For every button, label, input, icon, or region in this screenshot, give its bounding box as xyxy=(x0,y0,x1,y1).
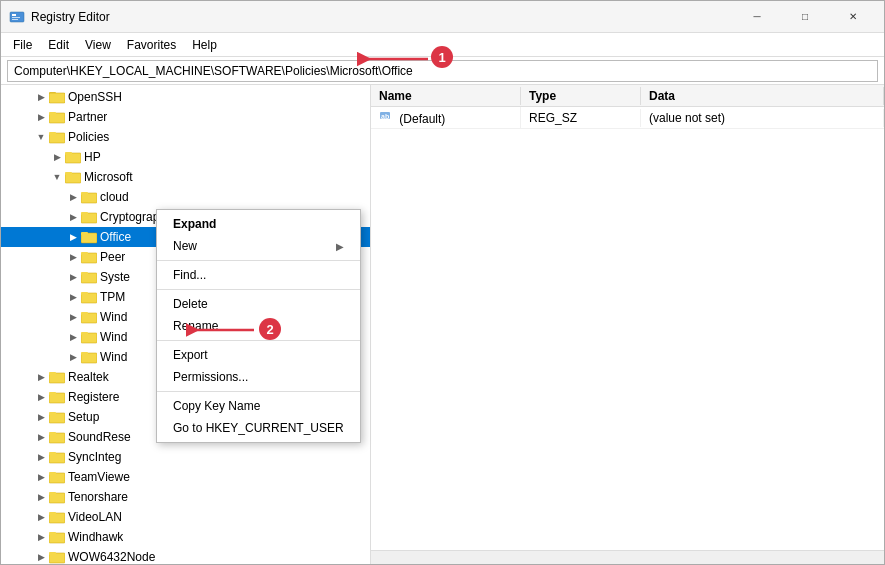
folder-icon-videolan xyxy=(49,510,65,524)
expand-icon-office[interactable]: ▶ xyxy=(65,229,81,245)
detail-header: Name Type Data xyxy=(371,85,884,107)
svg-rect-31 xyxy=(81,332,88,335)
expand-icon-registeredA[interactable]: ▶ xyxy=(33,389,49,405)
ctx-copy-key-name[interactable]: Copy Key Name xyxy=(157,395,360,417)
ctx-find[interactable]: Find... xyxy=(157,264,360,286)
tree-label-hp: HP xyxy=(84,150,101,164)
tree-item-policies[interactable]: ▼ Policies xyxy=(1,127,370,147)
expand-icon-microsoft[interactable]: ▼ xyxy=(49,169,65,185)
ctx-goto-hkcu[interactable]: Go to HKEY_CURRENT_USER xyxy=(157,417,360,439)
expand-icon-wind2[interactable]: ▶ xyxy=(65,329,81,345)
svg-text:ab: ab xyxy=(381,113,389,120)
tree-item-syncinteg[interactable]: ▶ SyncInteg xyxy=(1,447,370,467)
expand-icon-syncinteg[interactable]: ▶ xyxy=(33,449,49,465)
expand-icon-peer[interactable]: ▶ xyxy=(65,249,81,265)
expand-icon-cryptography[interactable]: ▶ xyxy=(65,209,81,225)
address-bar: 1 xyxy=(1,57,884,85)
svg-rect-53 xyxy=(49,552,56,555)
svg-rect-49 xyxy=(49,512,56,515)
svg-rect-43 xyxy=(49,452,56,455)
close-button[interactable]: ✕ xyxy=(830,1,876,33)
ctx-delete[interactable]: Delete xyxy=(157,293,360,315)
tree-item-tenorshare[interactable]: ▶ Tenorshare xyxy=(1,487,370,507)
detail-row-default[interactable]: ab (Default) REG_SZ (value not set) xyxy=(371,107,884,129)
expand-icon-tpm[interactable]: ▶ xyxy=(65,289,81,305)
expand-icon-setup[interactable]: ▶ xyxy=(33,409,49,425)
svg-rect-29 xyxy=(81,312,88,315)
tree-label-syncinteg: SyncInteg xyxy=(68,450,121,464)
folder-icon-policies xyxy=(49,130,65,144)
tree-label-setup: Setup xyxy=(68,410,99,424)
expand-icon-windhawk[interactable]: ▶ xyxy=(33,529,49,545)
app-icon xyxy=(9,9,25,25)
tree-item-windhawk[interactable]: ▶ Windhawk xyxy=(1,527,370,547)
svg-rect-1 xyxy=(12,14,16,16)
maximize-button[interactable]: □ xyxy=(782,1,828,33)
ctx-expand[interactable]: Expand xyxy=(157,213,360,235)
expand-icon-videolan[interactable]: ▶ xyxy=(33,509,49,525)
horizontal-scrollbar[interactable] xyxy=(371,550,884,564)
folder-icon-registeredA xyxy=(49,390,65,404)
registry-editor-window: Registry Editor ─ □ ✕ File Edit View Fav… xyxy=(0,0,885,565)
header-data: Data xyxy=(641,87,884,105)
tree-label-cloud: cloud xyxy=(100,190,129,204)
tree-item-partner[interactable]: ▶ Partner xyxy=(1,107,370,127)
menu-file[interactable]: File xyxy=(5,36,40,54)
expand-icon-tenorshare[interactable]: ▶ xyxy=(33,489,49,505)
expand-icon-wind3[interactable]: ▶ xyxy=(65,349,81,365)
expand-icon-policies[interactable]: ▼ xyxy=(33,129,49,145)
svg-rect-25 xyxy=(81,272,88,275)
tree-item-teamviewe[interactable]: ▶ TeamViewe xyxy=(1,467,370,487)
window-controls: ─ □ ✕ xyxy=(734,1,876,33)
header-type: Type xyxy=(521,87,641,105)
expand-icon-openssh[interactable]: ▶ xyxy=(33,89,49,105)
menu-view[interactable]: View xyxy=(77,36,119,54)
menu-edit[interactable]: Edit xyxy=(40,36,77,54)
ctx-permissions[interactable]: Permissions... xyxy=(157,366,360,388)
folder-icon-peer xyxy=(81,250,97,264)
expand-icon-partner[interactable]: ▶ xyxy=(33,109,49,125)
menu-favorites[interactable]: Favorites xyxy=(119,36,184,54)
tree-label-wow6432node: WOW6432Node xyxy=(68,550,155,564)
tree-label-videolan: VideoLAN xyxy=(68,510,122,524)
detail-empty-area[interactable] xyxy=(371,129,884,550)
ctx-sep-3 xyxy=(157,340,360,341)
detail-panel: Name Type Data ab (Default) REG_SZ (valu… xyxy=(371,85,884,564)
folder-icon-setup xyxy=(49,410,65,424)
tree-item-wow6432node[interactable]: ▶ WOW6432Node xyxy=(1,547,370,564)
folder-icon-windhawk xyxy=(49,530,65,544)
tree-item-cloud[interactable]: ▶ cloud xyxy=(1,187,370,207)
folder-icon-soundrese xyxy=(49,430,65,444)
tree-item-hp[interactable]: ▶ HP xyxy=(1,147,370,167)
folder-icon-syncinteg xyxy=(49,450,65,464)
detail-cell-type: REG_SZ xyxy=(521,109,641,127)
expand-icon-wow6432node[interactable]: ▶ xyxy=(33,549,49,564)
expand-icon-teamviewe[interactable]: ▶ xyxy=(33,469,49,485)
menu-help[interactable]: Help xyxy=(184,36,225,54)
ctx-new[interactable]: New ▶ xyxy=(157,235,360,257)
svg-rect-23 xyxy=(81,252,88,255)
folder-icon-microsoft xyxy=(65,170,81,184)
svg-rect-41 xyxy=(49,432,56,435)
ctx-export[interactable]: Export xyxy=(157,344,360,366)
tree-label-soundrese: SoundRese xyxy=(68,430,131,444)
folder-icon-hp xyxy=(65,150,81,164)
tree-label-wind1: Wind xyxy=(100,310,127,324)
expand-icon-hp[interactable]: ▶ xyxy=(49,149,65,165)
tree-label-realtek: Realtek xyxy=(68,370,109,384)
tree-item-microsoft[interactable]: ▼ Microsoft xyxy=(1,167,370,187)
expand-icon-wind1[interactable]: ▶ xyxy=(65,309,81,325)
expand-icon-soundrese[interactable]: ▶ xyxy=(33,429,49,445)
tree-item-openssh[interactable]: ▶ OpenSSH xyxy=(1,87,370,107)
expand-icon-cloud[interactable]: ▶ xyxy=(65,189,81,205)
tree-item-videolan[interactable]: ▶ VideoLAN xyxy=(1,507,370,527)
folder-icon-wind1 xyxy=(81,310,97,324)
tree-label-partner: Partner xyxy=(68,110,107,124)
folder-icon-cryptography xyxy=(81,210,97,224)
detail-cell-name: ab (Default) xyxy=(371,107,521,128)
expand-icon-system[interactable]: ▶ xyxy=(65,269,81,285)
svg-rect-2 xyxy=(12,17,20,18)
tree-label-wind3: Wind xyxy=(100,350,127,364)
expand-icon-realtek[interactable]: ▶ xyxy=(33,369,49,385)
minimize-button[interactable]: ─ xyxy=(734,1,780,33)
